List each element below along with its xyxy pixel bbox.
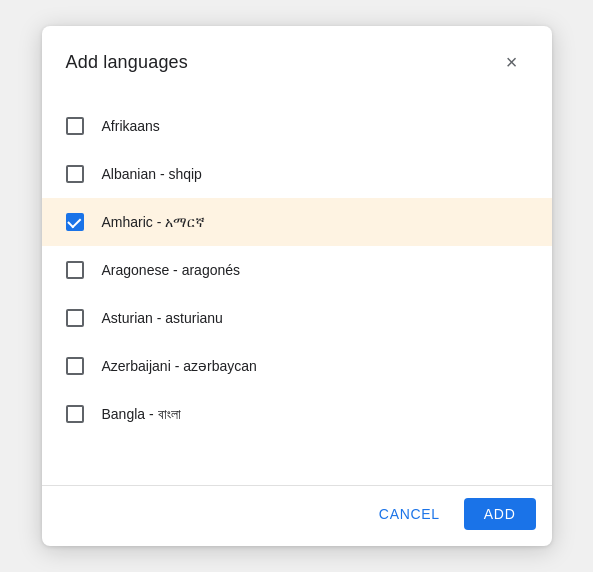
list-item[interactable]: Bangla - বাংলা (42, 390, 552, 438)
cancel-button[interactable]: CANCEL (363, 498, 456, 530)
checkbox-bangla[interactable] (66, 405, 84, 423)
checkbox-afrikaans[interactable] (66, 117, 84, 135)
close-button[interactable]: × (496, 46, 528, 78)
checkbox-azerbaijani[interactable] (66, 357, 84, 375)
checkbox-albanian[interactable] (66, 165, 84, 183)
dialog-title: Add languages (66, 52, 188, 73)
list-item[interactable]: Albanian - shqip (42, 150, 552, 198)
language-label-albanian: Albanian - shqip (102, 166, 202, 182)
list-item[interactable]: Azerbaijani - azərbaycan (42, 342, 552, 390)
language-list: AfrikaansAlbanian - shqipAmharic - አማርኛA… (42, 94, 552, 485)
checkbox-amharic[interactable] (66, 213, 84, 231)
language-label-aragonese: Aragonese - aragonés (102, 262, 241, 278)
dialog-footer: CANCEL ADD (42, 485, 552, 546)
language-label-azerbaijani: Azerbaijani - azərbaycan (102, 358, 257, 374)
list-item[interactable]: Afrikaans (42, 102, 552, 150)
list-item[interactable]: Amharic - አማርኛ (42, 198, 552, 246)
language-label-amharic: Amharic - አማርኛ (102, 214, 206, 231)
list-item[interactable]: Asturian - asturianu (42, 294, 552, 342)
language-label-asturian: Asturian - asturianu (102, 310, 223, 326)
list-item[interactable]: Aragonese - aragonés (42, 246, 552, 294)
language-label-bangla: Bangla - বাংলা (102, 406, 181, 423)
checkbox-asturian[interactable] (66, 309, 84, 327)
dialog-header: Add languages × (42, 26, 552, 94)
add-button[interactable]: ADD (464, 498, 536, 530)
checkbox-aragonese[interactable] (66, 261, 84, 279)
language-label-afrikaans: Afrikaans (102, 118, 160, 134)
add-languages-dialog: Add languages × AfrikaansAlbanian - shqi… (42, 26, 552, 546)
